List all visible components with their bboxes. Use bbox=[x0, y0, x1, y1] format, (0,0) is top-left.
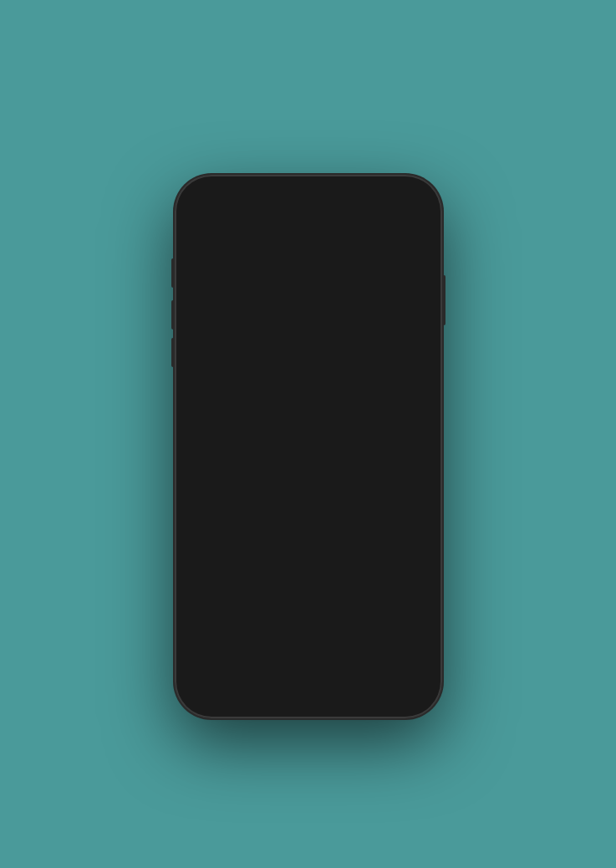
home-nav-icon bbox=[201, 659, 217, 680]
home-nav-label: Home bbox=[198, 682, 221, 692]
work-nav-label: Work bbox=[249, 686, 268, 695]
svg-rect-28 bbox=[257, 671, 260, 673]
chevron-icon: › bbox=[415, 503, 419, 516]
svg-point-15 bbox=[207, 457, 212, 462]
action-add-task[interactable]: Add newtask bbox=[349, 265, 419, 343]
submit-expense-label: Submit workexpense bbox=[283, 310, 333, 334]
location-arrow-icon: ➤ bbox=[227, 207, 234, 215]
quick-actions-grid: Attendancecheck in Submit workexpense bbox=[185, 258, 432, 426]
colleague-search-icon bbox=[294, 361, 321, 388]
request-letter-label: Request aletter bbox=[363, 395, 405, 419]
menu-item-time-off[interactable]: Time off › bbox=[185, 534, 432, 581]
nav-item-my-profile[interactable]: My profile bbox=[382, 659, 431, 692]
timesheets-menu-label: Timesheets bbox=[232, 503, 408, 516]
svg-rect-0 bbox=[198, 232, 213, 233]
svg-rect-5 bbox=[232, 282, 234, 285]
request-timeoff-label: Requesttime off bbox=[215, 395, 249, 419]
status-time: 1:46 ➤ bbox=[201, 204, 234, 217]
active-nav-indicator bbox=[246, 656, 271, 658]
help-icon[interactable]: ? bbox=[398, 228, 418, 248]
health-nav-icon bbox=[300, 659, 317, 680]
expense-icon bbox=[294, 277, 321, 304]
wifi-icon bbox=[381, 207, 393, 217]
perks-nav-icon bbox=[349, 659, 366, 680]
action-attendance-checkin[interactable]: Attendancecheck in bbox=[198, 265, 267, 343]
svg-rect-2 bbox=[198, 242, 213, 243]
attendance-icon bbox=[219, 277, 246, 304]
chevron-icon: › bbox=[415, 550, 419, 564]
find-colleague-label: Finda colleague bbox=[284, 395, 331, 419]
svg-rect-4 bbox=[227, 282, 229, 285]
letter-requests-menu-label: Letter requests bbox=[232, 598, 408, 611]
work-nav-icon bbox=[250, 662, 267, 683]
letter-icon bbox=[370, 361, 397, 388]
timesheet-menu-icon bbox=[198, 498, 221, 521]
letter-menu-icon bbox=[198, 593, 221, 616]
phone-screen: 1:46 ➤ bbox=[185, 185, 432, 708]
perks-nav-label: Perks bbox=[347, 682, 369, 692]
profile-nav-label: My profile bbox=[389, 682, 425, 692]
action-request-timeoff[interactable]: Requesttime off bbox=[198, 350, 267, 427]
task-icon bbox=[370, 277, 397, 304]
nav-item-work[interactable]: Work bbox=[234, 656, 283, 695]
menu-item-attendance[interactable]: Attendance › bbox=[185, 438, 432, 486]
status-icons bbox=[364, 207, 415, 217]
svg-rect-7 bbox=[227, 287, 234, 288]
hamburger-menu-icon[interactable] bbox=[198, 232, 213, 246]
menu-item-letter-requests[interactable]: Letter requests › bbox=[185, 581, 432, 629]
svg-rect-8 bbox=[227, 289, 232, 291]
svg-rect-1 bbox=[198, 237, 213, 238]
phone-notch bbox=[254, 185, 363, 207]
timeoff-menu-icon bbox=[198, 545, 221, 569]
health-nav-label: Health bbox=[296, 682, 320, 692]
timeoff-icon bbox=[219, 361, 246, 388]
action-find-colleague[interactable]: Finda colleague bbox=[273, 350, 343, 427]
signal-icon bbox=[364, 207, 377, 216]
time-display: 1:46 bbox=[201, 204, 223, 217]
nav-item-health[interactable]: Health bbox=[283, 659, 333, 692]
svg-point-13 bbox=[301, 368, 311, 378]
attendance-checkin-label: Attendancecheck in bbox=[209, 310, 256, 334]
add-task-label: Add newtask bbox=[366, 310, 402, 334]
menu-item-timesheets[interactable]: Timesheets › bbox=[185, 486, 432, 534]
attendance-menu-icon bbox=[198, 450, 221, 473]
bottom-nav: Home Work bbox=[185, 648, 432, 708]
time-off-menu-label: Time off bbox=[232, 550, 408, 564]
chevron-icon: › bbox=[415, 598, 419, 611]
profile-nav-icon bbox=[399, 659, 415, 680]
battery-icon bbox=[397, 207, 415, 217]
action-submit-expense[interactable]: Submit workexpense bbox=[273, 265, 343, 343]
action-request-letter[interactable]: Request aletter bbox=[349, 350, 419, 427]
page-title: Work bbox=[289, 230, 322, 247]
svg-point-30 bbox=[306, 664, 310, 668]
chevron-icon: › bbox=[415, 455, 419, 468]
nav-item-perks[interactable]: Perks bbox=[333, 659, 382, 692]
svg-point-32 bbox=[404, 662, 410, 668]
attendance-menu-label: Attendance bbox=[232, 455, 408, 468]
app-header: Work ? bbox=[185, 222, 432, 258]
nav-item-home[interactable]: Home bbox=[185, 659, 234, 692]
